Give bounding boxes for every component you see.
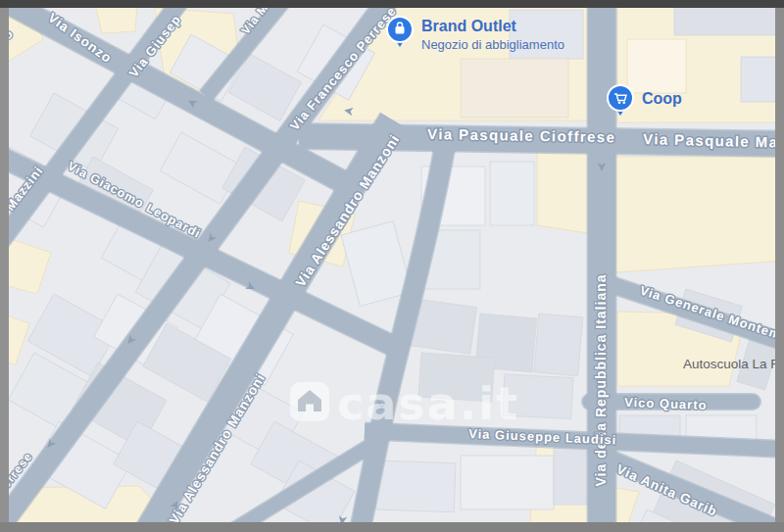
map-canvas[interactable]: Via Isonzo Via Giusep e Mazzini Via M io…	[9, 8, 775, 522]
street-label-vico-quarto: Vico Quarto	[624, 395, 708, 412]
coop-title[interactable]: Coop	[642, 90, 682, 107]
watermark-text: casa.it	[337, 377, 519, 430]
frame-border-bottom	[0, 522, 784, 532]
brand-outlet-title[interactable]: Brand Outlet	[421, 18, 517, 34]
street-label-cioffrese: Via Pasquale Cioffrese	[427, 125, 616, 145]
frame-border-left	[0, 8, 9, 522]
brand-outlet-subtitle: Negozio di abbigliamento	[421, 37, 564, 52]
poi-autoscuola-label[interactable]: Autoscuola La Ro	[683, 357, 775, 371]
map-screenshot: { "map": { "provider_style": "google-map…	[0, 0, 784, 532]
street-label-repubblica: Via della Repubblica Italiana	[593, 273, 609, 486]
frame-border-right	[775, 8, 784, 522]
frame-border-top	[0, 0, 784, 8]
